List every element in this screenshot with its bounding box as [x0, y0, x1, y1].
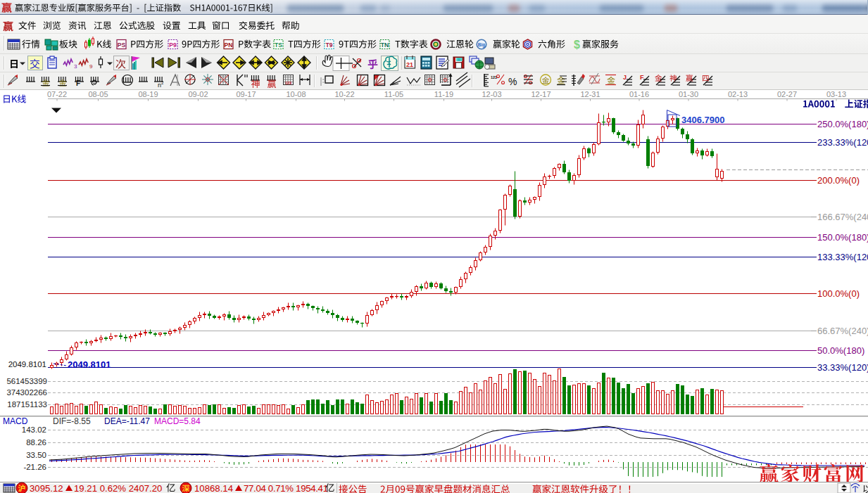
svg-text:187151133: 187151133 [7, 400, 47, 409]
svg-text:PS: PS [118, 41, 126, 49]
svg-text:01-16: 01-16 [629, 90, 649, 98]
svg-text:TN: TN [381, 41, 389, 49]
svg-text:10-22: 10-22 [334, 90, 354, 98]
svg-text:33.50: 33.50 [26, 451, 46, 459]
svg-text:Big: Big [478, 42, 486, 48]
svg-text:PN: PN [225, 41, 233, 49]
svg-text:MACD: MACD [3, 416, 28, 426]
svg-text:133.33%(120): 133.33%(120) [817, 252, 868, 262]
svg-text:09-02: 09-02 [188, 90, 208, 98]
svg-text:11-19: 11-19 [434, 90, 453, 98]
svg-text:07-22: 07-22 [47, 90, 67, 98]
svg-text:150.0%(180): 150.0%(180) [817, 232, 868, 243]
svg-text:11-05: 11-05 [384, 90, 403, 98]
svg-text:%: % [508, 76, 517, 87]
svg-text:233.33%(120): 233.33%(120) [817, 137, 868, 148]
svg-text:$: $ [574, 39, 580, 51]
svg-text:DIF=-8.55: DIF=-8.55 [53, 416, 91, 426]
svg-text:12-17: 12-17 [531, 90, 551, 98]
svg-text:J: J [623, 74, 627, 81]
svg-text:66.67%(240): 66.67%(240) [817, 326, 868, 336]
svg-text:250.0%(180): 250.0%(180) [817, 119, 868, 129]
svg-text:F: F [76, 79, 80, 87]
svg-text:374302266: 374302266 [6, 388, 47, 397]
svg-text:77.04 0.71% 1954.41: 77.04 0.71% 1954.41 [244, 483, 328, 493]
svg-text:88.26: 88.26 [26, 438, 46, 447]
svg-text:21: 21 [406, 61, 413, 68]
svg-text:200.0%(0): 200.0%(0) [817, 175, 860, 186]
svg-text:10868.14: 10868.14 [194, 483, 233, 493]
svg-text:19.21 0.62% 2407.20: 19.21 0.62% 2407.20 [74, 483, 162, 493]
svg-text:02-13: 02-13 [728, 90, 748, 98]
svg-text:DEA=-11.47: DEA=-11.47 [104, 416, 150, 426]
svg-text:MACD=5.84: MACD=5.84 [154, 416, 201, 426]
svg-text:33.33%(120): 33.33%(120) [817, 362, 868, 373]
svg-text:TS: TS [275, 41, 282, 49]
svg-text:-21.26: -21.26 [23, 463, 46, 471]
svg-text:12-03: 12-03 [482, 90, 501, 98]
svg-text:12-31: 12-31 [580, 90, 600, 98]
svg-text:09-17: 09-17 [236, 90, 256, 98]
svg-text:03-13: 03-13 [826, 90, 846, 98]
svg-text:143.02: 143.02 [22, 425, 46, 434]
svg-text:123: 123 [285, 81, 291, 85]
svg-text:2049.8101: 2049.8101 [68, 359, 111, 370]
svg-text:08-05: 08-05 [88, 90, 108, 98]
svg-text:10-08: 10-08 [286, 90, 306, 98]
svg-text:100.0%(0): 100.0%(0) [817, 288, 860, 299]
svg-text:3095.12: 3095.12 [30, 483, 63, 493]
svg-text:3406.7900: 3406.7900 [681, 115, 724, 125]
svg-text:08-19: 08-19 [138, 90, 158, 98]
svg-text:01-30: 01-30 [679, 90, 698, 98]
svg-text:3: 3 [74, 63, 77, 70]
svg-text:123: 123 [491, 75, 497, 79]
svg-text:T9: T9 [326, 41, 333, 49]
svg-text:P9: P9 [169, 41, 177, 49]
svg-text:2049.8101: 2049.8101 [8, 360, 46, 369]
svg-text:561453399: 561453399 [6, 377, 47, 385]
svg-text:9: 9 [89, 63, 93, 70]
svg-text:166.67%(240): 166.67%(240) [817, 212, 868, 222]
svg-text:02-27: 02-27 [777, 90, 797, 98]
svg-text:50.0%(180): 50.0%(180) [817, 345, 864, 356]
svg-text:F: F [640, 74, 644, 81]
